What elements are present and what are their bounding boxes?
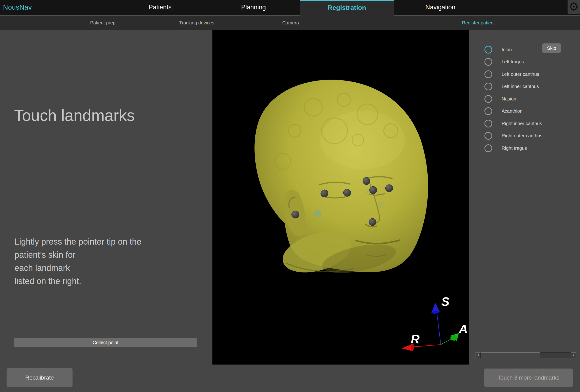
- landmark-row-right-tragus[interactable]: Right tragus: [469, 142, 580, 154]
- 3d-viewport[interactable]: S A R: [212, 30, 469, 365]
- tab-planning[interactable]: Planning: [207, 0, 300, 15]
- landmark-sphere-touched: [291, 211, 299, 218]
- arrow-left-icon: [476, 354, 479, 357]
- orientation-axes: S A R: [402, 295, 468, 352]
- landmark-panel: Skip Inion Left tragus Left outer canthu…: [469, 30, 580, 365]
- landmark-radio[interactable]: [484, 58, 492, 66]
- nousnav-app: NousNav Patients Planning Registration N…: [0, 0, 580, 392]
- landmark-sphere-touched: [363, 177, 370, 185]
- head-model: [255, 80, 428, 280]
- scrollbar-right-button[interactable]: [571, 352, 576, 358]
- landmark-sphere-touched: [385, 184, 393, 192]
- landmark-row-inion[interactable]: Inion: [469, 43, 580, 56]
- landmark-radio[interactable]: [484, 107, 492, 115]
- top-tabs: Patients Planning Registration Navigatio…: [113, 0, 487, 15]
- workflow-steps: Patient prep Tracking devices Camera Cal…: [56, 16, 525, 30]
- step-register-patient[interactable]: Register patient: [432, 16, 525, 30]
- landmark-list: Inion Left tragus Left outer canthus Lef…: [469, 43, 580, 154]
- landmark-sphere-touched: [369, 218, 376, 226]
- landmark-row-right-inner-canthus[interactable]: Right inner canthus: [469, 117, 580, 130]
- landmark-sphere-touched: [343, 189, 351, 196]
- tab-navigation[interactable]: Navigation: [394, 0, 487, 15]
- tab-registration[interactable]: Registration: [300, 0, 394, 30]
- arrow-right-icon: [573, 354, 576, 357]
- horizontal-scrollbar[interactable]: [475, 352, 576, 358]
- scrollbar-left-button[interactable]: [475, 352, 481, 358]
- scrollbar-thumb[interactable]: [481, 352, 540, 358]
- axis-s-label: S: [441, 295, 449, 308]
- landmark-radio[interactable]: [484, 46, 492, 53]
- landmark-radio[interactable]: [484, 83, 492, 90]
- landmark-row-nasion[interactable]: Nasion: [469, 93, 580, 105]
- head-model-scene: S A R: [212, 30, 469, 365]
- landmark-row-right-outer-canthus[interactable]: Right outer canthus: [469, 130, 580, 142]
- axis-superior: [437, 313, 441, 345]
- step-tracking-devices[interactable]: Tracking devices: [150, 16, 244, 30]
- landmark-radio[interactable]: [484, 144, 492, 152]
- landmark-radio[interactable]: [484, 70, 492, 78]
- landmark-row-left-tragus[interactable]: Left tragus: [469, 56, 580, 68]
- landmark-sphere-touched: [321, 190, 328, 197]
- axis-a-label: A: [458, 322, 468, 336]
- landmark-radio[interactable]: [484, 95, 492, 103]
- top-nav-bar: NousNav Patients Planning Registration N…: [0, 0, 580, 15]
- recalibrate-button[interactable]: Recalibrate: [6, 368, 73, 387]
- landmark-row-acanthion[interactable]: Acanthion: [469, 105, 580, 118]
- settings-button[interactable]: ⚙: [568, 0, 580, 14]
- landmark-row-left-outer-canthus[interactable]: Left outer canthus: [469, 68, 580, 81]
- landmark-sphere-touched: [369, 186, 377, 194]
- landmark-row-left-inner-canthus[interactable]: Left inner canthus: [469, 81, 580, 93]
- proceed-button[interactable]: Touch 3 more landmarks: [484, 369, 573, 387]
- instruction-text: Lightly press the pointer tip on the pat…: [14, 235, 141, 288]
- step-patient-prep[interactable]: Patient prep: [56, 16, 150, 30]
- landmark-radio[interactable]: [484, 132, 492, 140]
- axis-r-label: R: [411, 332, 420, 346]
- landmark-sphere-pending: [314, 210, 321, 217]
- landmark-radio[interactable]: [484, 120, 492, 128]
- sub-nav-bar: Patient prep Tracking devices Camera Cal…: [0, 15, 580, 30]
- landmark-sphere-pending-faint: [377, 201, 384, 208]
- tab-patients[interactable]: Patients: [113, 0, 207, 15]
- brand-logo: NousNav: [3, 0, 32, 15]
- page-title: Touch landmarks: [14, 106, 135, 125]
- gear-icon: ⚙: [569, 1, 579, 13]
- collect-point-button[interactable]: Collect point: [14, 338, 197, 347]
